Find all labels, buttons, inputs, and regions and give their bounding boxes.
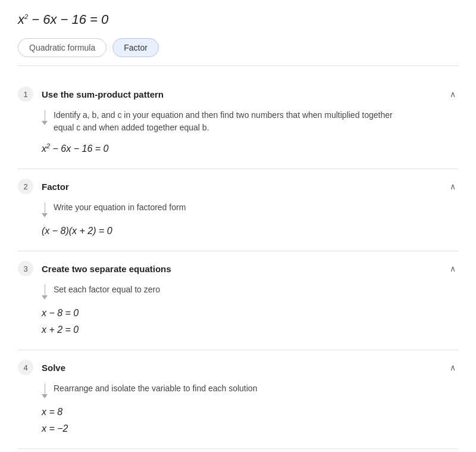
step-3-chevron-icon: ∧	[450, 264, 456, 273]
step-2-section: 2 Factor ∧ Write your equation in factor…	[18, 169, 458, 251]
step-4-title: Solve	[42, 363, 65, 373]
step-4-equation-2: x = −2	[42, 423, 458, 434]
step-4-equation-1: x = 8	[42, 407, 458, 417]
step-2-equation-1: (x − 8)(x + 2) = 0	[42, 226, 458, 236]
step-2-chevron-icon: ∧	[450, 182, 456, 191]
step-2-instruction-text: Write your equation in factored form	[54, 201, 186, 214]
step-2-header[interactable]: 2 Factor ∧	[18, 179, 458, 194]
step-4-chevron-icon: ∧	[450, 363, 456, 372]
step-2-number: 2	[18, 179, 33, 194]
step-2-instruction: Write your equation in factored form	[42, 201, 458, 217]
step-1-instruction: Identify a, b, and c in your equation an…	[42, 109, 458, 134]
step-4-arrow-icon	[42, 384, 48, 398]
step-4-header[interactable]: 4 Solve ∧	[18, 360, 458, 375]
step-4-instruction: Rearrange and isolate the variable to fi…	[42, 382, 458, 398]
step-3-section: 3 Create two separate equations ∧ Set ea…	[18, 251, 458, 350]
step-1-header[interactable]: 1 Use the sum-product pattern ∧	[18, 86, 458, 102]
step-4-section: 4 Solve ∧ Rearrange and isolate the vari…	[18, 350, 458, 449]
step-4-instruction-text: Rearrange and isolate the variable to fi…	[54, 382, 257, 395]
step-1-section: 1 Use the sum-product pattern ∧ Identify…	[18, 77, 458, 169]
step-3-equation-2: x + 2 = 0	[42, 325, 458, 335]
step-3-equation-1: x − 8 = 0	[42, 308, 458, 319]
step-1-equation-1: x2 − 6x − 16 = 0	[42, 142, 458, 154]
step-3-header[interactable]: 3 Create two separate equations ∧	[18, 261, 458, 276]
step-3-title: Create two separate equations	[42, 264, 171, 274]
step-1-title: Use the sum-product pattern	[42, 89, 164, 99]
step-1-number: 1	[18, 86, 33, 102]
steps-container: 1 Use the sum-product pattern ∧ Identify…	[18, 77, 458, 449]
tab-quadratic-formula[interactable]: Quadratic formula	[18, 38, 107, 57]
step-3-instruction: Set each factor equal to zero	[42, 283, 458, 300]
step-1-instruction-text: Identify a, b, and c in your equation an…	[54, 109, 411, 134]
step-2-arrow-icon	[42, 202, 48, 217]
tabs-row: Quadratic formula Factor	[18, 38, 458, 66]
step-1-arrow-icon	[42, 110, 48, 125]
step-4-body: Rearrange and isolate the variable to fi…	[18, 382, 458, 434]
step-3-instruction-text: Set each factor equal to zero	[54, 283, 160, 296]
step-1-body: Identify a, b, and c in your equation an…	[18, 109, 458, 154]
step-3-body: Set each factor equal to zero x − 8 = 0 …	[18, 283, 458, 335]
tab-factor[interactable]: Factor	[112, 38, 159, 57]
step-1-chevron-icon: ∧	[450, 89, 456, 99]
step-2-title: Factor	[42, 182, 69, 192]
main-equation: x2 − 6x − 16 = 0	[18, 12, 458, 27]
step-4-number: 4	[18, 360, 33, 375]
step-2-body: Write your equation in factored form (x …	[18, 201, 458, 236]
step-3-arrow-icon	[42, 285, 48, 300]
step-3-number: 3	[18, 261, 33, 276]
